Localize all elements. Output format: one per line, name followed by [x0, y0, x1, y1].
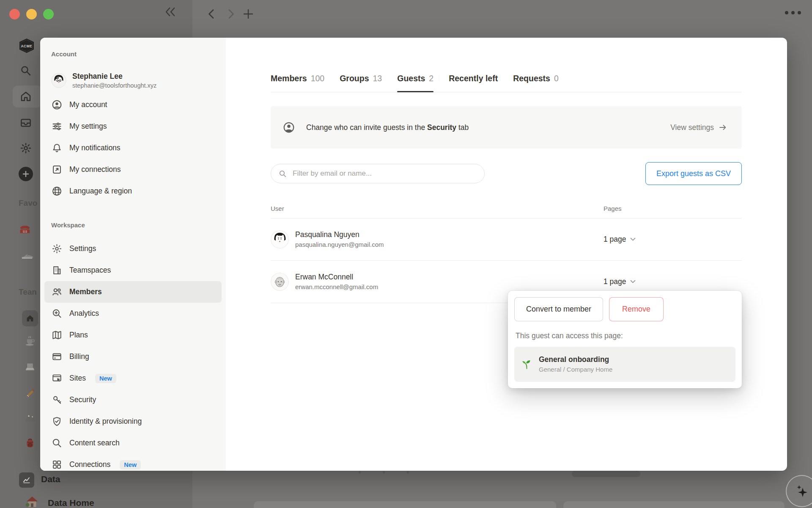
guests-toolbar: Export guests as CSV [271, 162, 742, 185]
traffic-light-close-icon[interactable] [9, 9, 20, 19]
guest-filter-search[interactable] [271, 164, 485, 183]
nav-forward-icon[interactable] [225, 8, 236, 19]
people-icon [51, 286, 63, 298]
tab-groups[interactable]: Groups 13 [340, 65, 382, 92]
tab-requests[interactable]: Requests 0 [513, 65, 559, 92]
tab-recently-left[interactable]: Recently left [449, 65, 498, 92]
background-remnant [254, 501, 556, 508]
traffic-light-minimize-icon[interactable] [26, 9, 37, 19]
nav-item-my-notifications[interactable]: My notifications [44, 137, 222, 159]
nav-item-plans[interactable]: Plans [44, 324, 222, 346]
pages-dropdown[interactable]: 1 page [604, 235, 742, 244]
nav-item-language-region[interactable]: Language & region [44, 180, 222, 202]
nav-item-my-settings[interactable]: My settings [44, 116, 222, 137]
tab-count: 0 [554, 74, 559, 83]
avatar-erwan [271, 273, 289, 291]
new-page-button[interactable] [19, 167, 33, 181]
remove-guest-button[interactable]: Remove [609, 297, 664, 321]
column-header-user: User [271, 205, 604, 212]
tab-count: 13 [373, 74, 382, 83]
settings-modal: Account Stephanie Lee stephanie@toolsfor… [40, 38, 787, 471]
tab-label: Guests [397, 74, 425, 83]
pencil-icon[interactable] [24, 386, 36, 399]
nav-back-icon[interactable] [206, 8, 217, 19]
data-page-icon[interactable] [19, 472, 34, 488]
nav-item-content-search[interactable]: Content search [44, 432, 222, 454]
view-settings-label: View settings [670, 123, 714, 132]
account-user-row[interactable]: Stephanie Lee stephanie@toolsforthought.… [44, 67, 222, 94]
table-row: Pasqualina Nguyen pasqualina.nguyen@gmai… [271, 218, 742, 261]
tab-guests[interactable]: Guests 2 [397, 65, 433, 92]
coffee-icon[interactable] [24, 334, 36, 347]
nav-item-my-connections[interactable]: My connections [44, 159, 222, 180]
data-home-icon[interactable] [25, 495, 40, 508]
new-badge: New [95, 374, 116, 383]
red-telephone-icon[interactable] [19, 223, 31, 236]
accessible-page-item[interactable]: General onboarding General / Company Hom… [514, 347, 735, 382]
account-user-email: stephanie@toolsforthought.xyz [72, 82, 156, 90]
nav-item-sites[interactable]: Sites New [44, 367, 222, 389]
building-icon [51, 265, 63, 276]
acme-logo[interactable]: ACME [18, 38, 36, 53]
traffic-light-zoom-icon[interactable] [43, 9, 54, 19]
invite-guests-banner: Change who can invite guests in the Secu… [271, 106, 742, 149]
nav-item-label: Plans [69, 331, 88, 340]
export-guests-csv-button[interactable]: Export guests as CSV [645, 162, 742, 185]
tab-label: Requests [513, 74, 550, 83]
tab-members[interactable]: Members 100 [271, 65, 324, 92]
nav-item-identity-provisioning[interactable]: Identity & provisioning [44, 411, 222, 432]
nav-item-label: Sites [69, 374, 86, 383]
popover-caption: This guest can access this page: [516, 331, 734, 340]
ai-assistant-button[interactable] [786, 475, 812, 507]
avatar-pasqualina [271, 230, 289, 248]
nav-item-label: Language & region [69, 187, 132, 196]
gear-icon [51, 243, 63, 254]
view-settings-link[interactable]: View settings [670, 123, 727, 132]
pages-dropdown[interactable]: 1 page [604, 277, 742, 286]
sidebar-item-data-home[interactable]: Data Home [48, 498, 94, 508]
nav-item-teamspaces[interactable]: Teamspaces [44, 260, 222, 281]
nav-item-my-account[interactable]: My account [44, 94, 222, 116]
nav-item-label: My account [69, 100, 107, 109]
chart-zigzag-icon [22, 475, 31, 485]
nav-item-label: My notifications [69, 144, 121, 152]
sidebar-item-data[interactable]: Data [41, 474, 60, 484]
nav-item-security[interactable]: Security [44, 389, 222, 411]
sneaker-icon[interactable] [20, 248, 34, 261]
nav-item-label: My connections [69, 165, 121, 174]
sidebar-collapse-icon[interactable] [164, 6, 177, 17]
magnifier-plus-icon [51, 308, 63, 319]
credit-card-icon [51, 351, 63, 362]
pages-count: 1 page [604, 235, 626, 244]
guest-email: erwan.mcconnell@gmail.com [295, 283, 378, 291]
workspace-section-label: Workspace [51, 221, 222, 229]
nav-item-label: Teamspaces [69, 266, 111, 275]
seedling-icon [521, 359, 532, 370]
nav-item-connections[interactable]: Connections New [44, 454, 222, 471]
page-title: General onboarding [539, 355, 612, 364]
new-tab-icon[interactable] [243, 8, 254, 19]
inbox-icon[interactable] [19, 116, 32, 129]
mountain-icon[interactable] [24, 411, 36, 424]
laptop-icon[interactable] [24, 360, 36, 373]
more-options-icon[interactable] [785, 11, 801, 14]
convert-to-member-button[interactable]: Convert to member [514, 297, 603, 321]
gear-icon[interactable] [19, 142, 32, 155]
nav-item-settings[interactable]: Settings [44, 238, 222, 260]
person-circle-icon [51, 99, 63, 110]
teamspace-general-item[interactable] [22, 310, 38, 326]
backpack-icon[interactable] [24, 436, 36, 449]
nav-item-members[interactable]: Members [44, 281, 222, 303]
search-icon[interactable] [19, 64, 32, 77]
nav-item-label: Security [69, 395, 96, 404]
home-icon[interactable] [19, 90, 32, 103]
tab-count: 100 [311, 74, 325, 83]
arrow-right-icon [718, 123, 727, 132]
nav-item-analytics[interactable]: Analytics [44, 303, 222, 324]
nav-item-label: Connections [69, 460, 110, 469]
tab-count: 2 [429, 74, 433, 83]
guests-content: Members 100 Groups 13 Guests 2 Recently … [271, 38, 742, 471]
guest-filter-input[interactable] [293, 169, 477, 178]
nav-item-billing[interactable]: Billing [44, 346, 222, 367]
sliders-icon [51, 121, 63, 132]
